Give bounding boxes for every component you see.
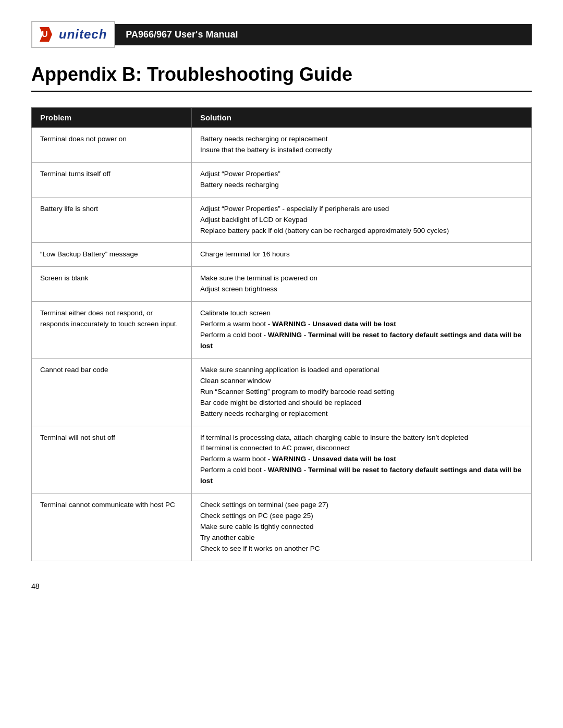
problem-cell: “Low Backup Battery” message xyxy=(32,243,192,267)
solution-cell: Adjust “Power Properties”Battery needs r… xyxy=(191,162,531,197)
problem-cell: Battery life is short xyxy=(32,197,192,243)
solution-cell: Calibrate touch screen Perform a warm bo… xyxy=(191,302,531,359)
table-row: Terminal either does not respond, or res… xyxy=(32,302,532,359)
solution-cell: Charge terminal for 16 hours xyxy=(191,243,531,267)
table-row: Terminal cannot communicate with host PC… xyxy=(32,493,532,561)
problem-cell: Terminal cannot communicate with host PC xyxy=(32,493,192,561)
warning-detail-cold: Terminal will be reset to factory defaul… xyxy=(200,331,521,350)
logo-wordmark: unitech xyxy=(59,27,107,42)
table-row: Terminal will not shut off If terminal i… xyxy=(32,426,532,493)
table-header-row: Problem Solution xyxy=(32,108,532,128)
problem-cell: Screen is blank xyxy=(32,267,192,302)
solution-cell: Check settings on terminal (see page 27)… xyxy=(191,493,531,561)
page-title: Appendix B: Troubleshooting Guide xyxy=(31,64,532,92)
problem-cell: Cannot read bar code xyxy=(32,358,192,426)
col-header-problem: Problem xyxy=(32,108,192,128)
problem-cell: Terminal either does not respond, or res… xyxy=(32,302,192,359)
problem-cell: Terminal turns itself off xyxy=(32,162,192,197)
svg-text:U: U xyxy=(42,30,48,39)
solution-cell: Battery needs recharging or replacementI… xyxy=(191,128,531,163)
manual-title: PA966/967 User's Manual xyxy=(126,29,238,40)
problem-cell: Terminal will not shut off xyxy=(32,426,192,493)
warning-detail-warm2: Unsaved data will be lost xyxy=(312,455,396,463)
table-row: Screen is blank Make sure the terminal i… xyxy=(32,267,532,302)
logo-container: U unitech xyxy=(31,21,115,48)
solution-cell: Make sure scanning application is loaded… xyxy=(191,358,531,426)
warning-text-cold: WARNING xyxy=(268,331,302,339)
problem-cell: Terminal does not power on xyxy=(32,128,192,163)
solution-cell: If terminal is processing data, attach c… xyxy=(191,426,531,493)
warning-text-cold2: WARNING xyxy=(268,466,302,474)
warning-text: WARNING xyxy=(272,320,306,328)
table-row: Terminal does not power on Battery needs… xyxy=(32,128,532,163)
warning-text-warm2: WARNING xyxy=(272,455,306,463)
table-row: “Low Backup Battery” message Charge term… xyxy=(32,243,532,267)
manual-title-bar: PA966/967 User's Manual xyxy=(115,24,532,45)
table-row: Battery life is short Adjust “Power Prop… xyxy=(32,197,532,243)
unitech-logo-icon: U xyxy=(38,25,56,44)
warning-detail-cold2: Terminal will be reset to factory defaul… xyxy=(200,466,521,485)
col-header-solution: Solution xyxy=(191,108,531,128)
table-row: Cannot read bar code Make sure scanning … xyxy=(32,358,532,426)
page-number: 48 xyxy=(31,582,532,590)
page-header: U unitech PA966/967 User's Manual xyxy=(31,21,532,48)
solution-cell: Make sure the terminal is powered onAdju… xyxy=(191,267,531,302)
solution-cell: Adjust “Power Properties” - especially i… xyxy=(191,197,531,243)
troubleshooting-table: Problem Solution Terminal does not power… xyxy=(31,107,532,561)
table-row: Terminal turns itself off Adjust “Power … xyxy=(32,162,532,197)
warning-detail: Unsaved data will be lost xyxy=(312,320,396,328)
